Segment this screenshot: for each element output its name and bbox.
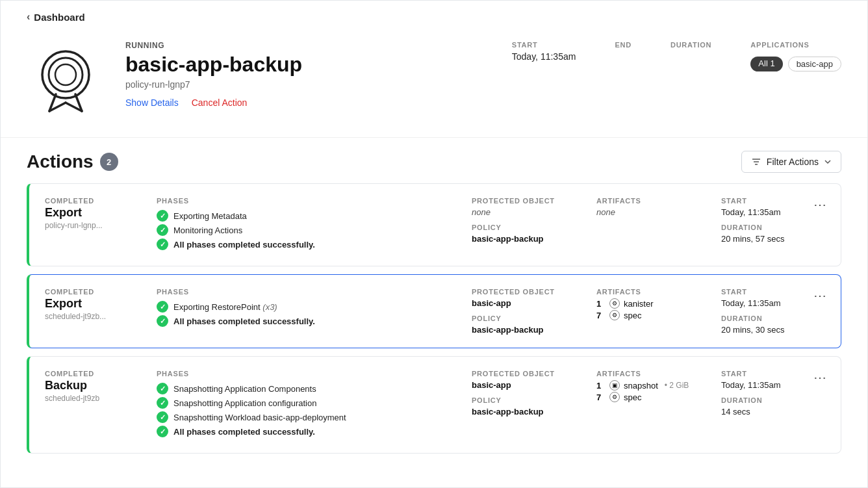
duration-label: DURATION: [721, 224, 825, 231]
hero-title: basic-app-backup: [125, 53, 478, 77]
duration-label: DURATION: [721, 396, 825, 404]
phase-check-icon: [157, 383, 168, 394]
artifact-item: 7 ⚙ spec: [596, 310, 700, 320]
action-id: scheduled-jt9zb: [45, 394, 136, 403]
phases-label: PHASES: [157, 370, 451, 378]
action-card: ⋯ COMPLETED Export scheduled-jt9zb... PH…: [27, 274, 841, 348]
hero-main: RUNNING basic-app-backup policy-run-lgnp…: [125, 41, 478, 108]
actions-list: ⋯ COMPLETED Export policy-run-lgnp... PH…: [1, 183, 867, 454]
artifact-icon: ⚙: [609, 392, 620, 402]
policy-label: POLICY: [472, 315, 576, 322]
artifact-none: none: [596, 207, 700, 217]
end-label: END: [615, 41, 632, 49]
artifact-icon: ⚙: [609, 310, 620, 320]
duration-label: DURATION: [670, 41, 711, 49]
phases-label: PHASES: [157, 197, 451, 205]
show-details-link[interactable]: Show Details: [125, 97, 179, 108]
phase-item: Exporting Metadata: [157, 210, 451, 222]
action-more-button[interactable]: ⋯: [810, 287, 830, 305]
protected-object-value: none: [472, 207, 576, 217]
policy-label: POLICY: [472, 224, 576, 231]
duration-value: 20 mins, 57 secs: [721, 234, 825, 244]
policy-value: basic-app-backup: [472, 234, 576, 244]
action-more-button[interactable]: ⋯: [810, 196, 830, 214]
svg-point-2: [55, 64, 76, 85]
protected-object-label: PROTECTED OBJECT: [472, 288, 576, 296]
filter-actions-label: Filter Actions: [767, 157, 819, 167]
hero-meta: START Today, 11:35am END DURATION APPLIC…: [512, 41, 841, 71]
phase-item: Monitoring Actions: [157, 224, 451, 236]
actions-count-badge: 2: [100, 153, 118, 171]
start-label: START: [512, 41, 576, 49]
protected-object-label: PROTECTED OBJECT: [472, 370, 576, 378]
phase-item: Snapshotting Application Components: [157, 383, 451, 394]
action-card: ⋯ COMPLETED Export policy-run-lgnp... PH…: [27, 183, 841, 266]
action-card: ⋯ COMPLETED Backup scheduled-jt9zb PHASE…: [27, 356, 841, 454]
policy-label: POLICY: [472, 396, 576, 404]
duration-label: DURATION: [721, 315, 825, 322]
action-type: Backup: [45, 379, 136, 392]
action-id: scheduled-jt9zb...: [45, 312, 136, 321]
protected-object-value: basic-app: [472, 298, 576, 308]
chevron-down-icon: [824, 158, 832, 166]
phases-label: PHASES: [157, 288, 451, 296]
phase-check-icon: [157, 397, 168, 409]
filter-icon: [751, 157, 761, 167]
phase-check-icon: [157, 301, 168, 313]
back-nav[interactable]: ‹ Dashboard: [1, 1, 867, 23]
policy-value: basic-app-backup: [472, 325, 576, 335]
action-more-button[interactable]: ⋯: [810, 368, 830, 387]
hero-status: RUNNING: [125, 41, 478, 50]
phase-check-icon: [157, 238, 168, 250]
duration-value: 14 secs: [721, 407, 825, 417]
artifacts-label: ARTIFACTS: [596, 197, 700, 205]
artifact-item: 1 ▣ snapshot • 2 GiB: [596, 380, 700, 391]
artifact-item: 7 ⚙ spec: [596, 392, 700, 402]
artifacts-label: ARTIFACTS: [596, 288, 700, 296]
back-arrow-icon: ‹: [27, 11, 30, 23]
filter-actions-button[interactable]: Filter Actions: [741, 151, 841, 173]
phase-item-final: All phases completed successfully.: [157, 238, 451, 250]
artifact-icon: ⚙: [609, 298, 620, 309]
phase-check-icon: [157, 224, 168, 236]
policy-value: basic-app-backup: [472, 407, 576, 417]
phase-check-icon: [157, 426, 168, 437]
phase-item: Exporting RestorePoint (x3): [157, 301, 451, 313]
app-tag[interactable]: basic-app: [788, 57, 841, 71]
actions-header: Actions 2 Filter Actions: [1, 138, 867, 183]
hero-section: RUNNING basic-app-backup policy-run-lgnp…: [1, 23, 867, 138]
action-status-label: COMPLETED: [45, 370, 136, 378]
phase-check-icon: [157, 315, 168, 327]
hero-subtitle: policy-run-lgnp7: [125, 79, 478, 90]
action-id: policy-run-lgnp...: [45, 221, 136, 230]
protected-object-value: basic-app: [472, 380, 576, 390]
cancel-action-link[interactable]: Cancel Action: [192, 97, 248, 108]
back-label: Dashboard: [34, 12, 84, 23]
action-status-label: COMPLETED: [45, 197, 136, 205]
applications-label: APPLICATIONS: [750, 41, 841, 49]
protected-object-label: PROTECTED OBJECT: [472, 197, 576, 205]
phase-check-icon: [157, 210, 168, 222]
duration-value: 20 mins, 30 secs: [721, 325, 825, 335]
action-type: Export: [45, 206, 136, 220]
action-type: Export: [45, 297, 136, 311]
phase-item-final: All phases completed successfully.: [157, 315, 451, 327]
start-value: Today, 11:35am: [512, 51, 576, 62]
phase-check-icon: [157, 411, 168, 423]
snapshot-icon: ▣: [609, 380, 620, 391]
action-status-label: COMPLETED: [45, 288, 136, 296]
actions-title: Actions: [27, 151, 94, 172]
artifact-item: 1 ⚙ kanister: [596, 298, 700, 309]
artifacts-label: ARTIFACTS: [596, 370, 700, 378]
phase-item-final: All phases completed successfully.: [157, 426, 451, 437]
phase-item: Snapshotting Workload basic-app-deployme…: [157, 411, 451, 423]
job-icon: [27, 41, 105, 119]
phase-item: Snapshotting Application configuration: [157, 397, 451, 409]
svg-point-1: [49, 58, 83, 92]
all-apps-tag[interactable]: All 1: [750, 57, 782, 71]
